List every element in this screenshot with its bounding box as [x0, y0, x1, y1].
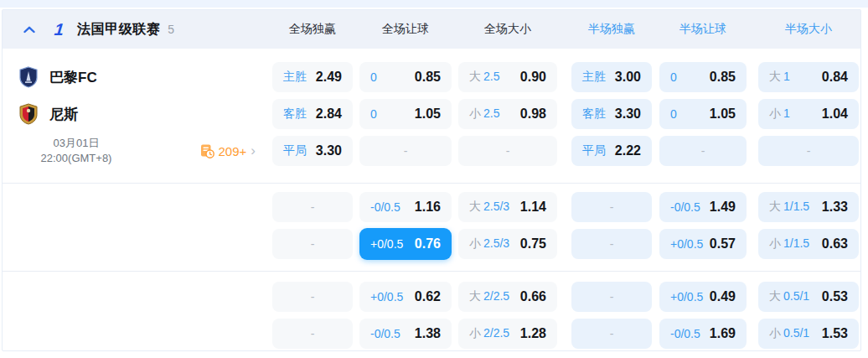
odds-cell[interactable]: 小2.5/30.75: [458, 229, 557, 259]
home-team[interactable]: 巴黎FC: [3, 66, 272, 88]
selection-label: 平局: [283, 143, 307, 158]
odds-value: 1.14: [520, 200, 546, 215]
odds-cell[interactable]: 大2/2.50.66: [458, 282, 557, 312]
odds-cell[interactable]: 00.85: [359, 62, 452, 92]
odds-value: 0.57: [710, 236, 736, 252]
handicap-line: -0/0.5: [670, 200, 700, 214]
goal-line: 2.5: [483, 70, 499, 83]
odds-value: 0.66: [520, 289, 546, 304]
selection-label: 平局: [582, 143, 606, 158]
no-odds-dash: -: [506, 144, 510, 158]
collapse-chevron-up-icon[interactable]: [23, 23, 36, 36]
more-markets-link[interactable]: 209+ ›: [199, 143, 256, 158]
over-under-prefix: 小: [469, 236, 481, 252]
home-team-logo-icon: [18, 66, 39, 88]
odds-cell[interactable]: 主胜2.49: [272, 62, 353, 92]
odds-value: 0.84: [822, 70, 848, 85]
odds-cell[interactable]: -0/0.51.49: [659, 192, 747, 222]
odds-cell-empty: -: [272, 282, 353, 312]
odds-cell[interactable]: 小2.50.98: [458, 99, 557, 129]
odds-value: 0.53: [822, 289, 848, 304]
odds-value: 1.49: [710, 200, 736, 215]
odds-cell[interactable]: 大1/1.51.33: [758, 192, 859, 222]
match-count: 5: [168, 23, 174, 36]
odds-cell[interactable]: 小11.04: [758, 99, 859, 129]
odds-value: 2.49: [316, 70, 342, 85]
odds-cell[interactable]: 01.05: [359, 99, 452, 129]
header-half-overunder: 半场大小: [758, 22, 859, 37]
handicap-line: 0: [670, 70, 677, 84]
handicap-line: -0/0.5: [670, 327, 700, 340]
odds-cell[interactable]: 00.85: [659, 62, 747, 92]
odds-cell[interactable]: -0/0.51.69: [659, 319, 747, 349]
odds-cell[interactable]: 大10.84: [758, 62, 859, 92]
over-under-prefix: 小: [769, 236, 781, 252]
no-odds-dash: -: [311, 290, 315, 304]
match-info-row: 03月01日 22:00(GMT+8) 209+ › 平局3.30 - - 平局…: [3, 132, 860, 169]
goal-line: 2.5/3: [483, 236, 509, 250]
over-under-prefix: 大: [469, 289, 481, 304]
odds-cell[interactable]: 大0.5/10.53: [758, 282, 859, 312]
odds-cell[interactable]: 01.05: [659, 99, 747, 129]
header-half-handicap: 半场让球: [659, 22, 747, 37]
odds-cell[interactable]: 小2/2.51.28: [458, 319, 557, 349]
odds-cell-empty: -: [272, 192, 353, 222]
odds-cell[interactable]: +0/0.50.57: [659, 229, 747, 259]
header-full-win: 全场独赢: [272, 22, 353, 37]
odds-cell-empty: -: [359, 136, 452, 166]
goal-line: 2/2.5: [483, 326, 509, 340]
handicap-line: 0: [670, 107, 677, 121]
odds-cell[interactable]: -0/0.51.16: [359, 192, 452, 222]
odds-cell[interactable]: 大2.50.90: [458, 62, 557, 92]
odds-cell[interactable]: +0/0.50.49: [659, 282, 747, 312]
goal-line: 0.5/1: [783, 326, 809, 340]
no-odds-dash: -: [311, 200, 315, 214]
odds-value: 0.85: [710, 70, 736, 85]
no-odds-dash: -: [311, 237, 315, 251]
odds-value: 0.76: [415, 236, 441, 252]
odds-value: 0.85: [415, 70, 441, 85]
odds-cell[interactable]: 大2.5/31.14: [458, 192, 557, 222]
odds-cell[interactable]: -0/0.51.38: [359, 319, 452, 349]
odds-cell-selected[interactable]: +0/0.50.76: [359, 228, 452, 260]
chevron-right-icon: ›: [251, 143, 256, 158]
odds-value: 3.30: [316, 143, 342, 158]
over-under-prefix: 大: [769, 70, 781, 85]
odds-cell[interactable]: 平局3.30: [272, 136, 353, 166]
odds-cell[interactable]: 主胜3.00: [571, 62, 652, 92]
handicap-line: -0/0.5: [370, 200, 400, 214]
goal-line: 1: [783, 106, 790, 120]
section-divider: [3, 271, 860, 272]
odds-value: 1.28: [520, 326, 546, 341]
odds-value: 0.90: [520, 70, 546, 85]
odds-cell-empty: -: [571, 192, 652, 222]
no-odds-dash: -: [610, 200, 614, 214]
away-team[interactable]: 尼斯: [3, 103, 272, 125]
over-under-prefix: 小: [769, 106, 781, 122]
odds-value: 1.16: [415, 200, 441, 215]
match-time: 22:00(GMT+8): [18, 151, 135, 166]
odds-value: 3.30: [615, 106, 641, 122]
odds-cell[interactable]: +0/0.50.62: [359, 282, 452, 312]
goal-line: 2/2.5: [483, 289, 509, 303]
match-datetime: 03月01日 22:00(GMT+8): [18, 136, 135, 166]
selection-label: 主胜: [582, 70, 606, 85]
league-header: 1 法国甲级联赛 5 全场独赢 全场让球 全场大小 半场独赢 半场让球 半场大小: [3, 10, 860, 49]
odds-cell[interactable]: 客胜3.30: [571, 99, 652, 129]
goal-line: 1: [783, 70, 790, 83]
no-odds-dash: -: [701, 144, 705, 158]
odds-cell[interactable]: 小0.5/11.53: [758, 319, 859, 349]
no-odds-dash: -: [404, 144, 408, 158]
odds-value: 2.22: [615, 143, 641, 158]
over-under-prefix: 大: [769, 289, 781, 304]
away-team-row: 尼斯 客胜2.84 01.05 小2.50.98 客胜3.30 01.05 小1…: [3, 96, 860, 132]
odds-cell[interactable]: 小1/1.50.63: [758, 229, 859, 259]
odds-cell[interactable]: 平局2.22: [571, 136, 652, 166]
goal-line: 0.5/1: [783, 289, 809, 303]
over-under-prefix: 小: [769, 326, 781, 341]
odds-cell[interactable]: 客胜2.84: [272, 99, 353, 129]
handicap-line: -0/0.5: [370, 327, 400, 340]
odds-value: 1.69: [710, 326, 736, 341]
home-team-name: 巴黎FC: [49, 68, 97, 87]
league-name: 法国甲级联赛: [77, 21, 160, 39]
